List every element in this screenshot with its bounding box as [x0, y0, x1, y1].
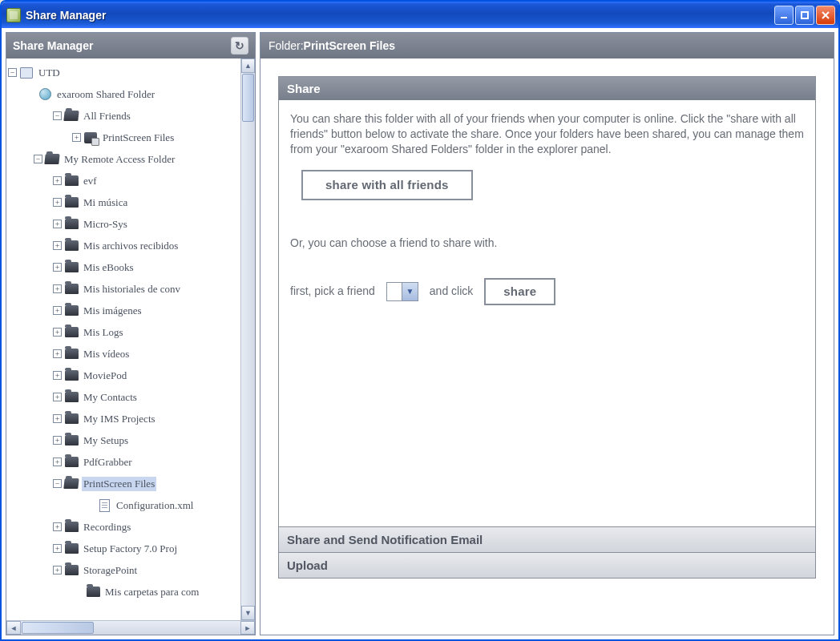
- tree-item[interactable]: +Mis imágenes: [8, 300, 240, 321]
- tree-file[interactable]: Configuration.xml: [8, 494, 240, 516]
- tree-item[interactable]: +Mis historiales de conv: [8, 278, 240, 300]
- tree-item[interactable]: +StoragePoint: [8, 559, 240, 581]
- vertical-scrollbar[interactable]: ▲ ▼: [240, 58, 255, 620]
- expander-icon[interactable]: +: [53, 414, 62, 423]
- folder-icon: [64, 175, 79, 187]
- accordion-upload[interactable]: Upload: [279, 552, 815, 578]
- content-area: Share Manager ↻ − UTD exaroom Shared Fol…: [2, 28, 838, 639]
- tree-item[interactable]: +Micro-Sys: [8, 213, 240, 235]
- expander-icon[interactable]: −: [34, 155, 42, 163]
- tree-shared-folder[interactable]: exaroom Shared Folder: [8, 83, 240, 105]
- tree-label: Setup Factory 7.0 Proj: [82, 542, 179, 556]
- folder-icon: [64, 391, 79, 404]
- folder-name: PrintScreen Files: [304, 39, 395, 52]
- expander-icon[interactable]: +: [53, 328, 62, 337]
- tree-label: Mis imágenes: [82, 304, 143, 318]
- tree-item[interactable]: Mis carpetas para com: [8, 581, 240, 603]
- tree-label: Mis archivos recibidos: [82, 239, 180, 253]
- tree-item[interactable]: +Mi música: [8, 191, 240, 213]
- tree-item[interactable]: +Mis vídeos: [8, 343, 240, 365]
- horizontal-scrollbar[interactable]: ◄ ►: [6, 620, 255, 635]
- explorer-header: Share Manager ↻: [6, 33, 255, 58]
- folder-icon: [64, 434, 79, 447]
- folder-icon: [64, 521, 79, 534]
- expander-icon[interactable]: −: [53, 111, 62, 120]
- folder-icon: [64, 369, 79, 382]
- folder-icon: [64, 240, 79, 252]
- tree-label: Mi música: [82, 196, 129, 210]
- tree-item[interactable]: +Mis eBooks: [8, 256, 240, 278]
- scroll-track[interactable]: [95, 621, 240, 635]
- tree-item[interactable]: +Mis archivos recibidos: [8, 235, 240, 256]
- expander-icon[interactable]: +: [53, 306, 62, 315]
- tree-item[interactable]: +MoviePod: [8, 365, 240, 386]
- scroll-right-button[interactable]: ►: [240, 621, 255, 635]
- scroll-thumb[interactable]: [22, 622, 94, 634]
- tree-label: exaroom Shared Folder: [55, 87, 156, 102]
- titlebar[interactable]: Share Manager: [2, 2, 838, 28]
- tree-root[interactable]: − UTD: [8, 62, 240, 83]
- scroll-thumb[interactable]: [242, 74, 254, 122]
- tree-item[interactable]: +My IMS Projects: [8, 408, 240, 429]
- tree-label: Mis carpetas para com: [103, 585, 200, 599]
- tree-item[interactable]: +Mis Logs: [8, 321, 240, 343]
- minimize-button[interactable]: [774, 6, 794, 25]
- chevron-down-icon[interactable]: ▼: [402, 283, 418, 300]
- folder-tree[interactable]: − UTD exaroom Shared Folder − All Friend…: [6, 58, 240, 620]
- scroll-left-button[interactable]: ◄: [6, 621, 21, 635]
- explorer-panel: Share Manager ↻ − UTD exaroom Shared Fol…: [6, 32, 256, 635]
- expander-icon[interactable]: +: [53, 458, 62, 466]
- expander-icon[interactable]: +: [53, 436, 62, 445]
- tree-label: Micro-Sys: [82, 217, 129, 232]
- scroll-down-button[interactable]: ▼: [241, 606, 255, 620]
- scroll-track[interactable]: [241, 123, 255, 606]
- expander-icon[interactable]: +: [53, 176, 62, 185]
- tree-item[interactable]: +My Contacts: [8, 386, 240, 408]
- expander-icon[interactable]: −: [53, 479, 62, 488]
- expander-icon[interactable]: +: [53, 566, 62, 574]
- tree-item[interactable]: +Setup Factory 7.0 Proj: [8, 538, 240, 559]
- tree-label: All Friends: [82, 109, 132, 123]
- expander-icon[interactable]: +: [53, 263, 62, 272]
- pick-friend-row: first, pick a friend ▼ and click share: [290, 278, 804, 305]
- accordion-notify[interactable]: Share and Send Notification Email: [279, 526, 815, 552]
- tree-all-friends[interactable]: − All Friends: [8, 105, 240, 127]
- expander-icon[interactable]: +: [53, 349, 62, 358]
- tree-container: − UTD exaroom Shared Folder − All Friend…: [6, 58, 255, 620]
- expander-icon[interactable]: +: [53, 284, 62, 293]
- tree-item[interactable]: +My Setups: [8, 429, 240, 451]
- expander-icon[interactable]: +: [53, 220, 62, 228]
- maximize-button[interactable]: [795, 6, 814, 25]
- folder-icon: [64, 564, 79, 577]
- tree-printscreen-shared[interactable]: + PrintScreen Files: [8, 127, 240, 148]
- expander-icon[interactable]: −: [8, 68, 17, 77]
- share-all-button[interactable]: share with all friends: [301, 170, 473, 200]
- expander-icon[interactable]: +: [53, 371, 62, 380]
- tree-item[interactable]: +Recordings: [8, 516, 240, 538]
- expander-icon[interactable]: +: [53, 544, 62, 553]
- folder-icon: [64, 413, 79, 425]
- tree-label: Configuration.xml: [115, 498, 195, 513]
- folder-icon: [64, 456, 79, 469]
- share-section: Share You can share this folder with all…: [278, 76, 816, 579]
- expander-icon[interactable]: +: [72, 133, 81, 142]
- share-description: You can share this folder with all of yo…: [290, 111, 804, 157]
- folder-icon: [64, 196, 79, 209]
- svg-rect-1: [802, 12, 808, 18]
- document-icon: [97, 499, 111, 512]
- expander-icon[interactable]: +: [53, 198, 62, 207]
- expander-icon[interactable]: +: [53, 241, 62, 250]
- and-click-label: and click: [430, 284, 473, 299]
- expander-icon[interactable]: +: [53, 393, 62, 401]
- expander-icon[interactable]: +: [53, 522, 62, 531]
- tree-item[interactable]: +evf: [8, 170, 240, 191]
- refresh-button[interactable]: ↻: [231, 37, 248, 54]
- close-button[interactable]: [816, 6, 835, 25]
- tree-remote-folder[interactable]: − My Remote Access Folder: [8, 148, 240, 170]
- tree-item[interactable]: +PdfGrabber: [8, 451, 240, 473]
- folder-bar: Folder: PrintScreen Files: [260, 33, 834, 58]
- scroll-up-button[interactable]: ▲: [241, 58, 255, 73]
- friend-select[interactable]: ▼: [386, 282, 418, 301]
- share-button[interactable]: share: [484, 278, 555, 305]
- tree-item-selected[interactable]: − PrintScreen Files: [8, 473, 240, 494]
